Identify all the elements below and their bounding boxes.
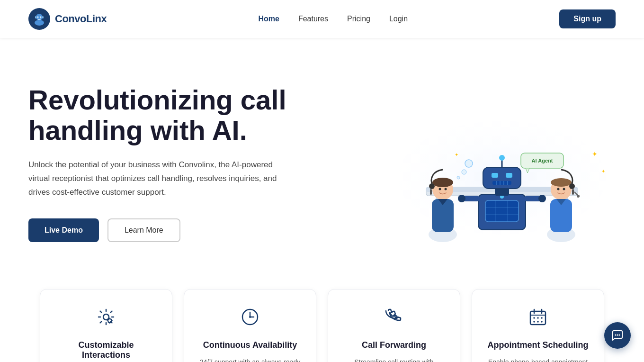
- features-section: Customizable Interactions Create unique …: [0, 275, 644, 362]
- feature-title-scheduling: Appointment Scheduling: [485, 340, 590, 350]
- main-nav: Home Features Pricing Login: [258, 15, 408, 23]
- feature-card-customizable: Customizable Interactions Create unique …: [40, 289, 172, 362]
- svg-text:AI Agent: AI Agent: [532, 158, 553, 163]
- signup-button[interactable]: Sign up: [559, 9, 616, 28]
- hero-section: Revolutionizing call handling with AI. U…: [0, 38, 644, 275]
- hero-illustration: AI Agent ✦ ✦ ✦: [388, 83, 616, 244]
- calendar-icon: [485, 307, 590, 332]
- feature-title-availability: Continuous Availability: [197, 340, 303, 350]
- svg-point-1: [35, 20, 44, 26]
- feature-desc-forwarding: Streamline call routing with intelligent…: [341, 357, 447, 362]
- svg-point-69: [533, 317, 535, 319]
- svg-rect-4: [35, 16, 36, 18]
- nav-login[interactable]: Login: [389, 15, 408, 23]
- svg-rect-36: [492, 181, 511, 185]
- svg-text:✦: ✦: [592, 150, 598, 158]
- hero-title: Revolutionizing call handling with AI.: [28, 85, 286, 145]
- feature-title-forwarding: Call Forwarding: [341, 340, 447, 350]
- svg-point-51: [462, 170, 466, 174]
- svg-point-75: [615, 335, 617, 336]
- logo-text: ConvoLinx: [55, 13, 107, 25]
- phone-icon: [341, 307, 447, 332]
- hero-buttons: Live Demo Learn More: [28, 218, 286, 242]
- svg-point-3: [40, 17, 42, 18]
- svg-point-47: [577, 195, 580, 198]
- svg-rect-16: [430, 189, 432, 195]
- svg-point-33: [458, 195, 465, 202]
- svg-text:✦: ✦: [601, 169, 605, 174]
- svg-point-73: [537, 321, 539, 323]
- feature-desc-scheduling: Enable phone-based appointment schedulin…: [485, 357, 590, 362]
- svg-text:✦: ✦: [455, 152, 458, 157]
- nav-pricing[interactable]: Pricing: [347, 15, 370, 23]
- svg-point-70: [537, 317, 539, 319]
- svg-point-52: [457, 176, 460, 179]
- svg-point-31: [499, 155, 505, 161]
- svg-point-64: [249, 316, 251, 318]
- hero-content: Revolutionizing call handling with AI. U…: [28, 85, 286, 242]
- feature-card-availability: Continuous Availability 24/7 support wit…: [184, 289, 316, 362]
- svg-point-35: [538, 195, 546, 202]
- live-demo-button[interactable]: Live Demo: [28, 218, 99, 242]
- svg-point-17: [439, 188, 441, 190]
- feature-card-scheduling: Appointment Scheduling Enable phone-base…: [472, 289, 604, 362]
- svg-point-76: [617, 335, 618, 336]
- feature-card-forwarding: Call Forwarding Streamline call routing …: [328, 289, 460, 362]
- chat-bubble-button[interactable]: [604, 322, 631, 349]
- logo-svg: [33, 12, 46, 26]
- svg-point-44: [551, 178, 572, 187]
- header: ConvoLinx Home Features Pricing Login Si…: [0, 0, 644, 38]
- svg-point-48: [557, 188, 560, 190]
- nav-home[interactable]: Home: [258, 15, 279, 23]
- chat-icon: [611, 329, 624, 342]
- hero-svg: AI Agent ✦ ✦ ✦: [388, 83, 616, 244]
- svg-point-71: [541, 317, 543, 319]
- svg-point-77: [619, 335, 620, 336]
- svg-point-74: [541, 321, 543, 323]
- logo-icon: [28, 8, 50, 30]
- svg-rect-27: [483, 167, 521, 189]
- svg-rect-20: [485, 200, 519, 222]
- svg-point-18: [445, 188, 447, 190]
- gear-icon: [54, 307, 159, 332]
- svg-rect-5: [42, 16, 44, 18]
- svg-point-72: [533, 321, 535, 323]
- svg-point-15: [429, 183, 435, 189]
- learn-more-button[interactable]: Learn More: [107, 218, 180, 242]
- svg-rect-46: [572, 189, 574, 195]
- hero-description: Unlock the potential of your business wi…: [28, 158, 284, 199]
- logo[interactable]: ConvoLinx: [28, 8, 107, 30]
- feature-title-customizable: Customizable Interactions: [54, 340, 159, 360]
- nav-features[interactable]: Features: [298, 15, 328, 23]
- svg-point-50: [465, 160, 473, 167]
- svg-rect-29: [506, 173, 512, 178]
- svg-rect-28: [492, 173, 498, 178]
- feature-desc-availability: 24/7 support with an always-ready virtua…: [197, 357, 303, 362]
- svg-point-49: [563, 188, 565, 190]
- clock-icon: [197, 307, 303, 332]
- svg-point-14: [432, 178, 453, 187]
- svg-point-45: [569, 183, 575, 189]
- svg-point-2: [37, 17, 39, 18]
